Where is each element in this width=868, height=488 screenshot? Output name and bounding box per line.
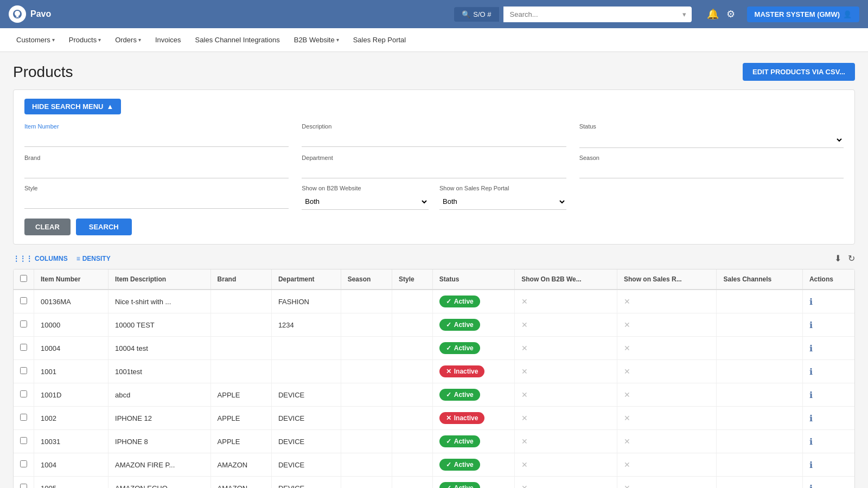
sales-x-icon: ✕ [624, 320, 630, 329]
row-season [341, 337, 392, 360]
row-item-number: 1002 [34, 407, 108, 430]
b2b-dropdown-arrow: ▾ [336, 37, 339, 43]
info-button[interactable]: ℹ [809, 367, 813, 377]
row-checkbox-col [14, 290, 34, 313]
nav-b2b-website[interactable]: B2B Website ▾ [289, 31, 344, 48]
status-select[interactable]: Active Inactive [579, 132, 844, 148]
clear-button[interactable]: CLEAR [24, 219, 71, 235]
row-status: ✓ Active [432, 313, 514, 337]
status-icon: ✓ [446, 344, 451, 352]
table-header-row: Item Number Item Description Brand Depar… [14, 269, 854, 290]
brand-field: Brand [24, 155, 289, 178]
header-department: Department [271, 269, 341, 290]
refresh-button[interactable]: ↻ [848, 253, 855, 264]
notification-icon[interactable]: 🔔 [707, 8, 719, 20]
row-style [392, 313, 432, 337]
logo-icon [9, 5, 26, 23]
row-checkbox[interactable] [20, 460, 27, 467]
description-input[interactable] [302, 132, 566, 147]
info-button[interactable]: ℹ [809, 413, 813, 423]
info-button[interactable]: ℹ [809, 390, 813, 400]
info-button[interactable]: ℹ [809, 483, 813, 489]
brand-input[interactable] [24, 163, 289, 178]
row-department: FASHION [271, 290, 341, 313]
row-sales-channels [717, 383, 802, 407]
row-brand: AMAZON [210, 477, 271, 489]
table-row: 1001D abcd APPLE DEVICE ✓ Active ✕ ✕ ℹ [14, 383, 854, 407]
row-status: ✕ Inactive [432, 407, 514, 430]
master-system-button[interactable]: MASTER SYSTEM (GMW) 👤 [747, 7, 859, 22]
status-icon: ✓ [446, 438, 451, 445]
row-department [271, 337, 341, 360]
master-system-label: MASTER SYSTEM (GMW) [755, 10, 840, 18]
row-checkbox[interactable] [20, 367, 27, 374]
header-season: Season [341, 269, 392, 290]
sales-x-icon: ✕ [624, 344, 630, 352]
show-b2b-select[interactable]: Both Yes No [302, 194, 429, 210]
settings-icon[interactable]: ⚙ [726, 8, 735, 20]
row-sales-channels [717, 290, 802, 313]
nav-sales-channel[interactable]: Sales Channel Integrations [190, 31, 285, 48]
search-form: Item Number Description Status Active In… [24, 123, 844, 210]
density-button[interactable]: ≡ DENSITY [76, 255, 111, 262]
search-prefix-button[interactable]: 🔍 S/O # [454, 7, 499, 22]
search-button[interactable]: SEARCH [76, 219, 132, 235]
b2b-x-icon: ✕ [521, 297, 528, 306]
status-badge: ✓ Active [439, 459, 480, 471]
download-button[interactable]: ⬇ [834, 253, 841, 264]
row-checkbox-col [14, 313, 34, 337]
row-checkbox[interactable] [20, 484, 27, 488]
top-nav-icons: 🔔 ⚙ MASTER SYSTEM (GMW) 👤 [707, 7, 859, 22]
select-all-checkbox[interactable] [20, 275, 27, 282]
season-label: Season [579, 155, 844, 161]
nav-orders[interactable]: Orders ▾ [110, 31, 146, 48]
row-brand: APPLE [210, 407, 271, 430]
department-input[interactable] [302, 163, 566, 178]
nav-invoices[interactable]: Invoices [150, 31, 187, 48]
item-number-input[interactable] [24, 132, 289, 147]
row-description: abcd [108, 383, 211, 407]
nav-customers[interactable]: Customers ▾ [11, 31, 60, 48]
row-style [392, 337, 432, 360]
row-status: ✓ Active [432, 337, 514, 360]
row-checkbox[interactable] [20, 297, 27, 304]
nav-sales-rep-portal[interactable]: Sales Rep Portal [348, 31, 412, 48]
info-button[interactable]: ℹ [809, 320, 813, 330]
search-dropdown-arrow[interactable]: ▾ [677, 7, 692, 22]
style-input[interactable] [24, 194, 289, 209]
info-button[interactable]: ℹ [809, 297, 813, 307]
nav-products[interactable]: Products ▾ [63, 31, 106, 48]
row-checkbox[interactable] [20, 437, 27, 444]
hide-search-button[interactable]: HIDE SEARCH MENU ▲ [24, 99, 121, 114]
row-checkbox[interactable] [20, 414, 27, 421]
row-department: DEVICE [271, 430, 341, 453]
info-button[interactable]: ℹ [809, 343, 813, 354]
row-checkbox[interactable] [20, 390, 27, 397]
sales-x-icon: ✕ [624, 460, 630, 469]
table-row: 1004 AMAZON FIRE P... AMAZON DEVICE ✓ Ac… [14, 453, 854, 477]
row-actions: ℹ [802, 360, 854, 383]
row-checkbox[interactable] [20, 320, 27, 328]
edit-csv-button[interactable]: EDIT PRODUCTS VIA CSV... [743, 63, 855, 81]
table-body: 00136MA Nice t-shirt with ... FASHION ✓ … [14, 290, 854, 488]
row-actions: ℹ [802, 337, 854, 360]
row-show-b2b: ✕ [515, 453, 617, 477]
row-style [392, 290, 432, 313]
columns-button[interactable]: ⋮⋮⋮ COLUMNS [13, 255, 68, 262]
season-input[interactable] [579, 163, 844, 178]
show-sales-select[interactable]: Both Yes No [439, 194, 566, 210]
row-sales-channels [717, 407, 802, 430]
info-button[interactable]: ℹ [809, 460, 813, 470]
search-input[interactable] [503, 7, 677, 22]
info-button[interactable]: ℹ [809, 436, 813, 447]
products-dropdown-arrow: ▾ [98, 37, 101, 43]
status-label: Status [579, 123, 844, 130]
search-bar: 🔍 S/O # ▾ [454, 7, 691, 22]
row-show-sales: ✕ [617, 337, 717, 360]
row-style [392, 360, 432, 383]
row-checkbox[interactable] [20, 344, 27, 351]
season-field: Season [579, 155, 844, 178]
row-actions: ℹ [802, 313, 854, 337]
table-toolbar-right: ⬇ ↻ [834, 253, 855, 264]
row-description: AMAZON FIRE P... [108, 453, 211, 477]
